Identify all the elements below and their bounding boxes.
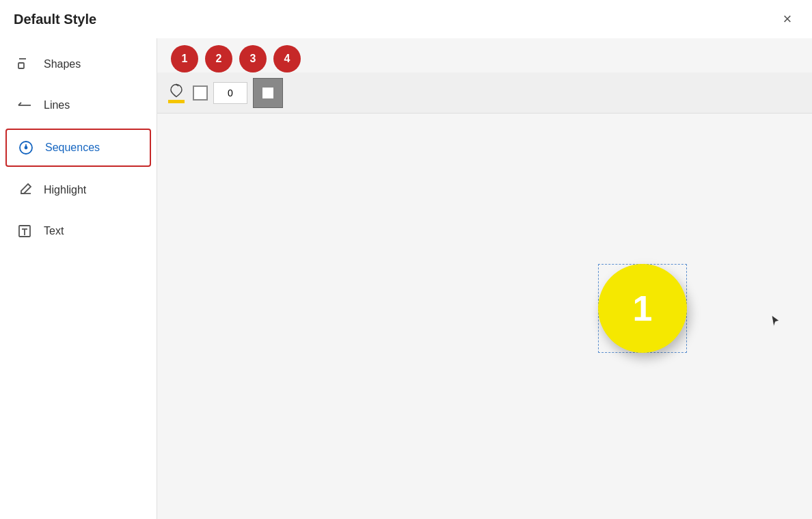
lines-icon [16, 97, 33, 114]
fill-color-indicator [168, 100, 185, 103]
highlight-icon [16, 182, 33, 198]
sequence-circle[interactable]: 1 [598, 264, 687, 353]
header-area: 1 2 3 4 [157, 38, 812, 114]
tabs-row: 1 2 3 4 [157, 38, 812, 72]
svg-rect-0 [18, 63, 24, 68]
tab-4[interactable]: 4 [273, 45, 301, 72]
tab-2[interactable]: 2 [205, 45, 232, 72]
sidebar-item-text[interactable]: Text [0, 211, 157, 252]
sidebar-label-sequences: Sequences [45, 142, 100, 154]
main-area: Shapes Lines [0, 38, 812, 519]
dialog-title: Default Style [14, 12, 96, 27]
tab-1[interactable]: 1 [171, 45, 198, 72]
canvas-area: 1 [157, 114, 812, 519]
sequences-icon [18, 139, 34, 156]
fill-color-button[interactable] [165, 82, 187, 104]
dialog: Default Style × Shapes [0, 0, 812, 519]
shapes-icon [16, 56, 33, 72]
toolbar [157, 72, 812, 114]
svg-point-6 [25, 147, 27, 149]
sidebar-label-lines: Lines [44, 99, 70, 111]
sidebar-label-text: Text [44, 225, 64, 237]
stroke-width-input[interactable] [213, 82, 247, 104]
sidebar: Shapes Lines [0, 38, 157, 519]
cursor-indicator [771, 315, 779, 327]
sidebar-item-lines[interactable]: Lines [0, 85, 157, 126]
stroke-checkbox[interactable] [193, 85, 208, 101]
svg-rect-11 [262, 88, 273, 98]
text-icon [16, 223, 33, 239]
close-button[interactable]: × [776, 8, 798, 30]
sidebar-label-highlight: Highlight [44, 184, 86, 196]
sidebar-item-shapes[interactable]: Shapes [0, 44, 157, 85]
title-bar: Default Style × [0, 0, 812, 38]
style-button[interactable] [253, 78, 283, 108]
sidebar-item-sequences[interactable]: Sequences [5, 129, 151, 167]
right-panel: 1 2 3 4 [157, 38, 812, 519]
tab-3[interactable]: 3 [239, 45, 267, 72]
sidebar-item-highlight[interactable]: Highlight [0, 170, 157, 211]
sidebar-label-shapes: Shapes [44, 58, 81, 70]
